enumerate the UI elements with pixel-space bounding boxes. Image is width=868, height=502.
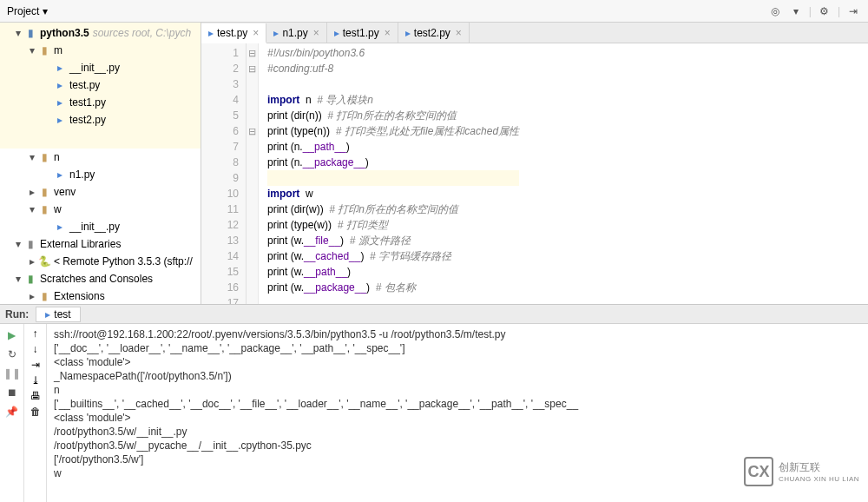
- tree-file[interactable]: ▸__init__.py: [0, 218, 201, 235]
- close-icon[interactable]: ×: [313, 27, 319, 39]
- tree-external-libraries[interactable]: ▾▮External Libraries: [0, 235, 201, 253]
- watermark: CX 创新互联CHUANG XIN HU LIAN: [744, 457, 859, 486]
- print-icon[interactable]: 🖶: [30, 390, 41, 402]
- tree-folder-w[interactable]: ▾▮w: [0, 201, 201, 218]
- folder-icon: ▮: [38, 151, 50, 163]
- tab-test1-py[interactable]: ▸test1.py×: [327, 23, 398, 43]
- tree-remote-python[interactable]: ▸🐍< Remote Python 3.5.3 (sftp://: [0, 253, 201, 270]
- folder-icon: ▮: [38, 290, 50, 302]
- tab-label: test.py: [217, 27, 247, 39]
- root-label: python3.5: [40, 27, 89, 39]
- file-label: test1.py: [69, 96, 106, 109]
- python-file-icon: ▸: [54, 114, 66, 126]
- python-icon: 🐍: [38, 255, 50, 268]
- library-icon: ▮: [24, 238, 36, 250]
- close-icon[interactable]: ×: [385, 27, 391, 39]
- run-toolbar-left: ▶ ↻ ❚❚ ⏹ 📌: [0, 324, 24, 502]
- tree-file[interactable]: ▸__init__.py: [0, 59, 201, 76]
- stop-icon[interactable]: ⏹: [4, 385, 20, 400]
- run-config-label: test: [54, 308, 70, 320]
- tab-n1-py[interactable]: ▸n1.py×: [266, 23, 326, 43]
- tree-file[interactable]: ▸test1.py: [0, 94, 201, 111]
- folder-label: venv: [54, 186, 76, 198]
- run-toolbar-left-2: ↑ ↓ ⇥ ⤓ 🖶 🗑: [24, 324, 47, 502]
- target-icon[interactable]: ◎: [767, 3, 783, 19]
- file-label: __init__.py: [69, 221, 120, 233]
- tab-label: test1.py: [343, 27, 379, 39]
- tree-root[interactable]: ▾ ▮ python3.5 sources root, C:\pych: [0, 24, 201, 42]
- pin-icon[interactable]: 📌: [4, 404, 20, 419]
- tree-scratches[interactable]: ▾▮Scratches and Consoles: [0, 270, 201, 287]
- file-label: test2.py: [69, 114, 106, 126]
- collapse-icon[interactable]: ⇥: [845, 3, 861, 19]
- python-file-icon: ▸: [54, 168, 66, 181]
- pause-icon[interactable]: ❚❚: [4, 366, 20, 381]
- chevron-down-small-icon[interactable]: ▾: [788, 3, 804, 19]
- python-file-icon: ▸: [273, 27, 279, 39]
- tree-folder-venv[interactable]: ▸▮venv: [0, 183, 201, 201]
- folder-label: w: [54, 203, 62, 215]
- label: Scratches and Consoles: [40, 273, 153, 285]
- chevron-right-icon: ▸: [26, 186, 38, 198]
- rerun-icon[interactable]: ↻: [4, 347, 20, 362]
- watermark-text: 创新互联: [779, 460, 859, 475]
- trash-icon[interactable]: 🗑: [30, 406, 41, 418]
- folder-icon: ▮: [38, 203, 50, 215]
- chevron-down-icon: ▾: [12, 27, 24, 39]
- play-icon[interactable]: ▶: [4, 327, 20, 343]
- tree-file[interactable]: ▸test2.py: [0, 111, 201, 129]
- tree-extensions[interactable]: ▸▮Extensions: [0, 287, 201, 304]
- chevron-down-icon: ▾: [43, 5, 48, 17]
- run-panel: Run: ▸test ▶ ↻ ❚❚ ⏹ 📌 ↑ ↓ ⇥ ⤓ 🖶 🗑 ssh://…: [0, 304, 868, 502]
- soft-wrap-icon[interactable]: ⇥: [31, 359, 40, 371]
- scratch-icon: ▮: [24, 273, 36, 285]
- python-file-icon: ▸: [54, 79, 66, 91]
- fold-column[interactable]: ⊟⊟⊟: [247, 43, 259, 304]
- tree-folder-m[interactable]: ▾ ▮ m: [0, 42, 201, 59]
- tab-label: n1.py: [282, 27, 307, 39]
- label: < Remote Python 3.5.3 (sftp://: [54, 255, 193, 268]
- tree-folder-n[interactable]: ▾▮n: [0, 149, 201, 166]
- separator: |: [809, 5, 812, 17]
- separator: |: [838, 5, 840, 17]
- tab-test2-py[interactable]: ▸test2.py×: [398, 23, 470, 43]
- chevron-down-icon: ▾: [26, 203, 38, 215]
- chevron-right-icon: ▸: [26, 255, 38, 268]
- file-label: n1.py: [69, 168, 95, 181]
- python-file-icon: ▸: [334, 27, 339, 39]
- line-gutter: 1234567891011121314151617: [201, 43, 247, 304]
- up-icon[interactable]: ↑: [33, 327, 38, 340]
- label: Extensions: [54, 290, 105, 302]
- python-file-icon: ▸: [54, 96, 66, 109]
- chevron-down-icon: ▾: [12, 238, 24, 250]
- tree-file[interactable]: ▸test.py: [0, 76, 201, 94]
- python-file-icon: ▸: [208, 27, 214, 39]
- tab-test-py[interactable]: ▸test.py×: [201, 23, 266, 43]
- project-toolbar: Project ▾ ◎ ▾ | ⚙ | ⇥: [0, 0, 868, 23]
- gear-icon[interactable]: ⚙: [817, 3, 832, 19]
- down-icon[interactable]: ↓: [33, 343, 38, 355]
- close-icon[interactable]: ×: [456, 27, 462, 39]
- python-file-icon: ▸: [405, 27, 411, 39]
- editor-pane: ▸test.py× ▸n1.py× ▸test1.py× ▸test2.py× …: [201, 23, 868, 304]
- editor-tabs: ▸test.py× ▸n1.py× ▸test1.py× ▸test2.py×: [201, 23, 868, 43]
- close-icon[interactable]: ×: [253, 27, 259, 39]
- folder-label: n: [54, 151, 60, 163]
- folder-icon: ▮: [24, 27, 36, 39]
- project-label: Project: [7, 5, 39, 17]
- code-editor[interactable]: 1234567891011121314151617 ⊟⊟⊟ #!/usr/bin…: [201, 43, 868, 304]
- python-file-icon: ▸: [54, 221, 66, 233]
- project-dropdown[interactable]: Project ▾: [7, 5, 48, 17]
- watermark-sub: CHUANG XIN HU LIAN: [779, 475, 859, 483]
- tree-file[interactable]: ▸n1.py: [0, 166, 201, 183]
- scroll-end-icon[interactable]: ⤓: [31, 374, 40, 386]
- folder-label: m: [54, 44, 62, 56]
- python-file-icon: ▸: [54, 62, 66, 74]
- code-content[interactable]: #!/usr/bin/poython3.6 #conding:utf-8 imp…: [259, 43, 528, 304]
- chevron-right-icon: ▸: [26, 290, 38, 302]
- run-title: Run:: [5, 308, 29, 320]
- python-file-icon: ▸: [45, 308, 50, 320]
- watermark-logo: CX: [744, 457, 773, 486]
- run-config[interactable]: ▸test: [36, 307, 80, 322]
- chevron-down-icon: ▾: [12, 273, 24, 285]
